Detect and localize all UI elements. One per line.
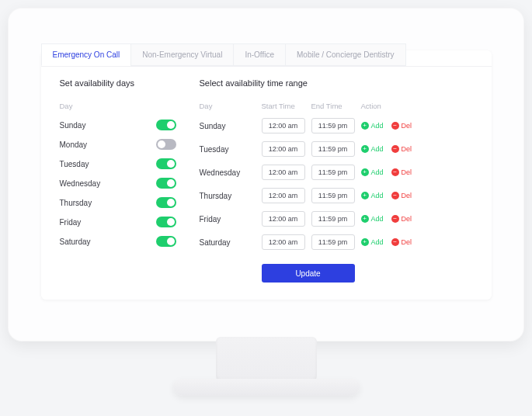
tab-mobile-concierge-dentistry[interactable]: Mobile / Concierge Dentistry	[285, 43, 406, 66]
plus-icon: +	[361, 192, 369, 199]
del-button[interactable]: −Del	[391, 215, 412, 223]
plus-icon: +	[361, 122, 369, 130]
del-button[interactable]: −Del	[391, 192, 412, 199]
time-day-label: Wednesday	[200, 168, 262, 177]
add-label: Add	[371, 122, 384, 130]
monitor-frame: Emergency On CallNon-Emergency VirtualIn…	[8, 8, 524, 341]
day-toggle-saturday[interactable]	[156, 236, 176, 247]
add-button[interactable]: +Add	[361, 215, 384, 223]
day-label: Wednesday	[60, 179, 156, 188]
minus-icon: −	[391, 192, 399, 199]
day-row: Monday	[60, 137, 176, 151]
end-time-input[interactable]	[311, 188, 355, 203]
availability-panel: Emergency On CallNon-Emergency VirtualIn…	[41, 50, 492, 300]
day-row: Saturday	[60, 234, 176, 248]
day-toggle-friday[interactable]	[156, 217, 176, 227]
days-header: Day	[60, 102, 176, 110]
add-button[interactable]: +Add	[361, 192, 384, 199]
time-day-label: Tuesday	[200, 145, 262, 154]
add-label: Add	[371, 215, 384, 223]
minus-icon: −	[391, 122, 399, 130]
end-time-input[interactable]	[311, 211, 355, 227]
day-label: Monday	[60, 140, 156, 149]
start-time-input[interactable]	[262, 118, 305, 133]
start-time-input[interactable]	[262, 211, 305, 227]
day-label: Sunday	[60, 121, 156, 130]
time-day-label: Friday	[200, 215, 262, 224]
add-button[interactable]: +Add	[361, 145, 384, 153]
end-time-input[interactable]	[311, 141, 355, 157]
add-label: Add	[371, 145, 384, 153]
start-time-input[interactable]	[262, 188, 305, 203]
end-time-input[interactable]	[311, 118, 355, 133]
del-button[interactable]: −Del	[391, 168, 412, 176]
del-button[interactable]: −Del	[391, 145, 412, 153]
day-row: Friday	[60, 215, 176, 229]
tab-non-emergency-virtual[interactable]: Non-Emergency Virtual	[130, 43, 234, 66]
del-button[interactable]: −Del	[391, 238, 412, 246]
time-day-label: Thursday	[200, 192, 262, 200]
day-label: Friday	[60, 218, 156, 227]
time-row: Tuesday+Add−Del	[200, 141, 473, 157]
day-row: Wednesday	[60, 176, 176, 190]
day-toggle-tuesday[interactable]	[156, 158, 176, 169]
end-time-input[interactable]	[311, 234, 355, 250]
action-cell: +Add−Del	[361, 238, 417, 246]
hdr-action: Action	[361, 102, 429, 110]
plus-icon: +	[361, 168, 369, 176]
plus-icon: +	[361, 215, 369, 223]
time-row: Thursday+Add−Del	[200, 188, 473, 203]
del-label: Del	[402, 192, 412, 199]
plus-icon: +	[361, 238, 369, 246]
start-time-input[interactable]	[262, 141, 305, 157]
panel-content: Set availability days Day SundayMondayTu…	[41, 74, 492, 300]
time-range-title: Select availability time range	[200, 78, 473, 88]
action-cell: +Add−Del	[361, 215, 417, 223]
time-row: Sunday+Add−Del	[200, 118, 473, 133]
action-cell: +Add−Del	[361, 145, 417, 153]
time-row: Saturday+Add−Del	[200, 234, 473, 250]
add-label: Add	[371, 238, 384, 246]
hdr-day: Day	[200, 102, 262, 110]
availability-days-column: Set availability days Day SundayMondayTu…	[60, 78, 176, 283]
minus-icon: −	[391, 168, 399, 176]
minus-icon: −	[391, 215, 399, 223]
minus-icon: −	[391, 238, 399, 246]
minus-icon: −	[391, 145, 399, 153]
day-label: Saturday	[60, 237, 156, 246]
tab-in-office[interactable]: In-Office	[233, 43, 286, 66]
add-button[interactable]: +Add	[361, 122, 384, 130]
day-toggle-wednesday[interactable]	[156, 178, 176, 189]
update-button[interactable]: Update	[262, 264, 355, 283]
action-cell: +Add−Del	[361, 122, 417, 130]
tab-emergency-on-call[interactable]: Emergency On Call	[41, 43, 132, 66]
time-row: Friday+Add−Del	[200, 211, 473, 227]
day-row: Sunday	[60, 118, 176, 132]
day-label: Thursday	[60, 199, 156, 207]
del-label: Del	[402, 145, 412, 153]
monitor-stand-base	[173, 379, 360, 396]
hdr-start: Start Time	[262, 102, 311, 110]
time-day-label: Sunday	[200, 122, 262, 130]
add-button[interactable]: +Add	[361, 238, 384, 246]
hdr-end: End Time	[311, 102, 361, 110]
day-toggle-thursday[interactable]	[156, 197, 176, 208]
add-label: Add	[371, 192, 384, 199]
start-time-input[interactable]	[262, 234, 305, 250]
action-cell: +Add−Del	[361, 168, 417, 176]
del-label: Del	[402, 122, 412, 130]
monitor-stand-neck	[216, 337, 317, 383]
action-cell: +Add−Del	[361, 192, 417, 199]
tabs: Emergency On CallNon-Emergency VirtualIn…	[41, 43, 492, 67]
start-time-input[interactable]	[262, 165, 305, 180]
time-row: Wednesday+Add−Del	[200, 165, 473, 180]
set-days-title: Set availability days	[60, 78, 176, 88]
del-button[interactable]: −Del	[391, 122, 412, 130]
day-toggle-monday[interactable]	[156, 139, 176, 150]
day-row: Tuesday	[60, 157, 176, 171]
end-time-input[interactable]	[311, 165, 355, 180]
plus-icon: +	[361, 145, 369, 153]
add-button[interactable]: +Add	[361, 168, 384, 176]
day-toggle-sunday[interactable]	[156, 120, 176, 130]
days-header-label: Day	[60, 102, 73, 110]
